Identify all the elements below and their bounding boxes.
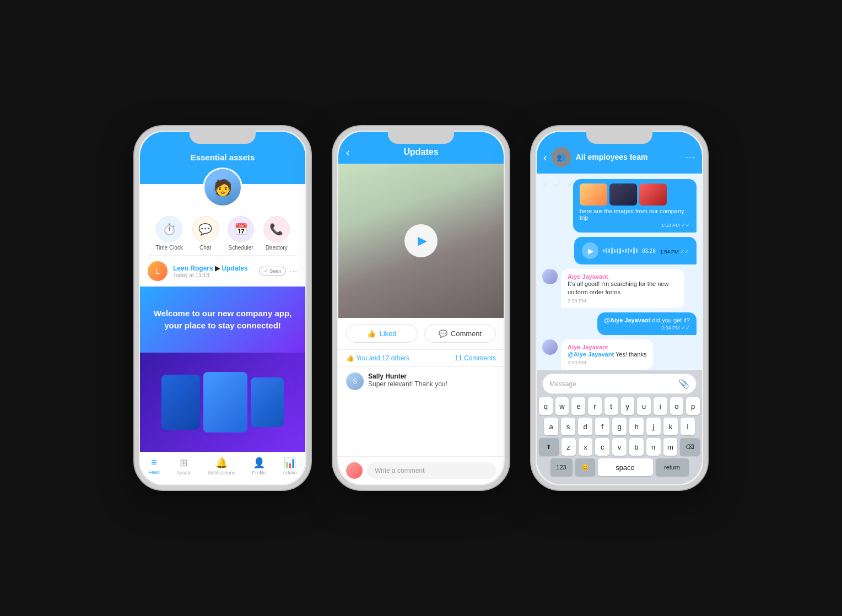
- p1-feed-avatar: L: [148, 261, 168, 281]
- p3-key-m[interactable]: m: [663, 438, 678, 456]
- p1-icon-time-clock[interactable]: ⏱️ Time Clock: [155, 216, 183, 251]
- p3-msg3-text: @Aiye Jayavant did you get it?: [604, 317, 690, 323]
- p2-comment-button[interactable]: 💬 Comment: [424, 325, 496, 343]
- p3-wave-4: [611, 247, 613, 254]
- p1-seen-badge: ✓ Seen: [259, 267, 287, 275]
- p3-msg-left-wrap-2: Aiye Jayavant @Aiye Jayavant Yes! thanks…: [542, 339, 697, 370]
- p1-nav-feed[interactable]: ≡ Feed: [148, 457, 160, 475]
- p3-more-icon[interactable]: ···: [686, 152, 695, 163]
- p3-audio-msg-time: 1:54 PM ✓✓: [660, 248, 689, 255]
- p1-more-icon[interactable]: ···: [289, 267, 298, 275]
- p3-key-c[interactable]: c: [595, 438, 609, 456]
- p3-back-icon[interactable]: ‹: [543, 151, 547, 164]
- p3-key-l[interactable]: l: [681, 418, 695, 435]
- p3-read-check: ✓✓: [681, 222, 690, 228]
- p3-key-shift[interactable]: ⬆: [539, 438, 559, 456]
- p1-icon-scheduler[interactable]: 📅 Scheduler: [228, 216, 254, 251]
- p3-key-p[interactable]: p: [686, 397, 700, 415]
- p1-icon-chat[interactable]: 💬 Chat: [192, 216, 219, 251]
- p3-attachment-icon[interactable]: 📎: [678, 379, 689, 389]
- phone-1-screen: Essential assets 🧑 ⏱️ Time Clock 💬 Chat: [140, 132, 305, 484]
- p3-key-u[interactable]: u: [637, 397, 651, 415]
- p3-key-f[interactable]: f: [595, 418, 609, 435]
- p2-write-input[interactable]: Write a comment: [367, 462, 496, 479]
- p3-key-i[interactable]: i: [654, 397, 667, 415]
- p3-key-d[interactable]: d: [578, 418, 592, 435]
- p3-key-emoji[interactable]: 😊: [575, 458, 595, 476]
- p3-wave-11: [630, 249, 632, 252]
- p2-video[interactable]: ▶: [338, 164, 504, 318]
- p3-images-row: [580, 183, 690, 206]
- p2-like-button[interactable]: 👍 Liked: [346, 325, 418, 343]
- p2-play-button[interactable]: ▶: [404, 224, 438, 257]
- time-clock-icon: ⏱️: [156, 216, 182, 242]
- p3-key-e[interactable]: e: [571, 397, 585, 415]
- p3-key-h[interactable]: h: [629, 418, 644, 435]
- p3-msg-right-2: @Aiye Jayavant did you get it? 2:04 PM ✓…: [597, 312, 697, 335]
- p1-nav-admin[interactable]: 📊 Admin: [283, 457, 297, 475]
- phone-1: Essential assets 🧑 ⏱️ Time Clock 💬 Chat: [134, 126, 311, 490]
- p1-icon-directory[interactable]: 📞 Directory: [263, 216, 290, 251]
- p3-msg4-text: @Aiye Jayavant Yes! thanks: [568, 350, 646, 359]
- p3-key-q[interactable]: q: [539, 397, 553, 415]
- p2-comments-count: 11 Comments: [455, 354, 496, 362]
- p1-preview: [140, 353, 305, 452]
- p3-audio-message: ▶: [574, 237, 697, 264]
- p3-image-1: [580, 183, 607, 206]
- p3-key-space[interactable]: space: [598, 458, 653, 476]
- p1-preview-card-3: [251, 377, 284, 427]
- p3-key-s[interactable]: s: [561, 418, 575, 435]
- p3-message-input[interactable]: Message 📎: [542, 374, 697, 394]
- p2-header-title: Updates: [403, 147, 438, 157]
- p3-key-o[interactable]: o: [670, 397, 684, 415]
- p1-avatar-wrap: 🧑: [140, 167, 305, 207]
- p1-bottom-nav: ≡ Feed ⊞ Assets 🔔 Notifications 👤 Profil…: [140, 452, 305, 484]
- p1-nav-notifications[interactable]: 🔔 Notifications: [208, 457, 235, 475]
- notifications-icon: 🔔: [215, 457, 228, 469]
- p3-sender-name-2: Aiye Jayavant: [568, 344, 646, 350]
- comment-icon: 💬: [439, 329, 447, 338]
- p3-group-name: All employees team: [576, 153, 681, 161]
- admin-icon: 📊: [284, 457, 296, 469]
- app-scene: Essential assets 🧑 ⏱️ Time Clock 💬 Chat: [112, 104, 730, 512]
- phone-2-notch: [388, 131, 454, 144]
- p3-wave-8: [622, 250, 624, 252]
- p3-key-a[interactable]: a: [544, 418, 558, 435]
- p2-likes-row: 👍 You and 12 others 11 Comments: [338, 350, 504, 367]
- time-clock-label: Time Clock: [155, 245, 183, 251]
- p3-msg4-time: 2:03 PM: [568, 360, 646, 365]
- p3-wave-9: [625, 248, 627, 253]
- p3-audio-play[interactable]: ▶: [582, 242, 598, 259]
- p3-key-delete[interactable]: ⌫: [680, 438, 700, 456]
- p3-key-r[interactable]: r: [588, 397, 602, 415]
- p3-key-y[interactable]: y: [621, 397, 635, 415]
- p3-key-k[interactable]: k: [663, 418, 678, 435]
- directory-label: Directory: [266, 245, 288, 251]
- p3-key-z[interactable]: z: [562, 438, 576, 456]
- p3-kb-row-2: a s d f g h j k l: [539, 418, 700, 435]
- p3-msg-images: here are the images from our company tri…: [573, 179, 697, 233]
- p1-avatar: 🧑: [203, 167, 242, 207]
- p3-audio-duration: 03:26: [642, 248, 656, 254]
- p3-key-w[interactable]: w: [555, 397, 569, 415]
- p2-likes-text: 👍 You and 12 others: [346, 354, 409, 362]
- p2-comment-name: Sally Hunter: [368, 372, 447, 380]
- p3-key-n[interactable]: n: [646, 438, 661, 456]
- p3-key-return[interactable]: return: [656, 458, 689, 476]
- p1-nav-assets[interactable]: ⊞ Assets: [176, 457, 191, 475]
- p1-feed-item[interactable]: L Leen Rogers ▶ Updates Today at 11:13 ✓…: [140, 256, 305, 287]
- p3-msg3-check: ✓✓: [681, 325, 690, 331]
- p1-header-title: Essential assets: [140, 153, 305, 162]
- p3-key-x[interactable]: x: [579, 438, 593, 456]
- p3-key-v[interactable]: v: [612, 438, 627, 456]
- p3-sender-avatar-2: [542, 339, 558, 355]
- p3-key-123[interactable]: 123: [550, 458, 573, 476]
- scheduler-icon: 📅: [228, 216, 254, 242]
- p3-key-j[interactable]: j: [646, 418, 661, 435]
- p3-key-b[interactable]: b: [629, 438, 644, 456]
- p3-msg-left-1: Aiye Jayavant It's all good! i'm searchi…: [561, 269, 684, 308]
- p3-key-g[interactable]: g: [612, 418, 627, 435]
- p1-nav-profile[interactable]: 👤 Profile: [252, 457, 266, 475]
- p2-back-icon[interactable]: ‹: [346, 146, 350, 159]
- p3-key-t[interactable]: t: [604, 397, 618, 415]
